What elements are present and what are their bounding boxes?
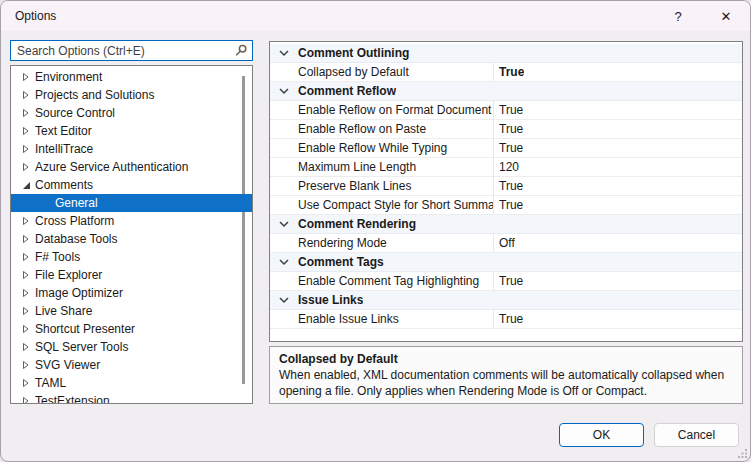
triangle-collapsed-icon[interactable]	[22, 302, 35, 320]
tree-item-svg-viewer[interactable]: SVG Viewer	[11, 356, 252, 374]
tree-item-label: Azure Service Authentication	[35, 158, 188, 176]
close-button[interactable]: ✕	[707, 1, 745, 31]
property-value[interactable]: True	[494, 63, 524, 81]
property-name: Rendering Mode	[270, 234, 494, 252]
triangle-expanded-icon[interactable]	[22, 176, 35, 194]
grid-property-enable-issue-links[interactable]: Enable Issue LinksTrue	[270, 310, 742, 329]
tree-item-label: Cross Platform	[35, 212, 114, 230]
description-title: Collapsed by Default	[279, 351, 733, 367]
property-value[interactable]: True	[494, 139, 523, 157]
tree-item-label: SQL Server Tools	[35, 338, 128, 356]
triangle-collapsed-icon[interactable]	[22, 374, 35, 392]
search-box	[10, 40, 253, 61]
triangle-collapsed-icon[interactable]	[22, 320, 35, 338]
tree-item-projects-and-solutions[interactable]: Projects and Solutions	[11, 86, 252, 104]
tree-item-label: SVG Viewer	[35, 356, 100, 374]
grid-category-label: Comment Tags	[289, 253, 384, 271]
description-text: When enabled, XML documentation comments…	[279, 367, 733, 399]
tree-item-image-optimizer[interactable]: Image Optimizer	[11, 284, 252, 302]
property-value[interactable]: True	[494, 120, 523, 138]
triangle-collapsed-icon[interactable]	[22, 392, 35, 404]
tree-item-label: Comments	[35, 176, 93, 194]
chevron-down-icon[interactable]	[270, 82, 289, 100]
chevron-down-icon[interactable]	[270, 215, 289, 233]
property-name: Collapsed by Default	[270, 63, 494, 81]
grid-property-collapsed-by-default[interactable]: Collapsed by DefaultTrue	[270, 63, 742, 82]
tree-item-taml[interactable]: TAML	[11, 374, 252, 392]
tree-item-general[interactable]: General	[11, 194, 252, 212]
grid-property-maximum-line-length[interactable]: Maximum Line Length120	[270, 158, 742, 177]
triangle-collapsed-icon[interactable]	[22, 212, 35, 230]
tree-item-testextension[interactable]: TestExtension	[11, 392, 252, 404]
grid-property-rendering-mode[interactable]: Rendering ModeOff	[270, 234, 742, 253]
search-input[interactable]	[11, 41, 252, 60]
grid-category-comment-tags[interactable]: Comment Tags	[270, 253, 742, 272]
grid-category-label: Comment Outlining	[289, 44, 409, 62]
grid-category-comment-rendering[interactable]: Comment Rendering	[270, 215, 742, 234]
tree-item-label: IntelliTrace	[35, 140, 93, 158]
options-tree: EnvironmentProjects and SolutionsSource …	[10, 65, 253, 404]
tree-item-shortcut-presenter[interactable]: Shortcut Presenter	[11, 320, 252, 338]
resize-grip[interactable]	[737, 448, 748, 459]
grid-category-issue-links[interactable]: Issue Links	[270, 291, 742, 310]
triangle-collapsed-icon[interactable]	[22, 248, 35, 266]
property-value[interactable]: Off	[494, 234, 515, 252]
triangle-collapsed-icon[interactable]	[22, 338, 35, 356]
tree-item-live-share[interactable]: Live Share	[11, 302, 252, 320]
property-value[interactable]: True	[494, 272, 523, 290]
property-name: Maximum Line Length	[270, 158, 494, 176]
grid-property-enable-comment-tag-highlighting[interactable]: Enable Comment Tag HighlightingTrue	[270, 272, 742, 291]
tree-item-f-tools[interactable]: F# Tools	[11, 248, 252, 266]
tree-item-source-control[interactable]: Source Control	[11, 104, 252, 122]
grid-property-use-compact-style-for-short-summar[interactable]: Use Compact Style for Short SummarTrue	[270, 196, 742, 215]
titlebar[interactable]: Options ? ✕	[1, 1, 750, 31]
triangle-collapsed-icon[interactable]	[22, 230, 35, 248]
close-icon: ✕	[721, 9, 732, 24]
property-value[interactable]: True	[494, 196, 523, 214]
chevron-down-icon[interactable]	[270, 253, 289, 271]
grid-property-enable-reflow-while-typing[interactable]: Enable Reflow While TypingTrue	[270, 139, 742, 158]
tree-item-label: Source Control	[35, 104, 115, 122]
tree-item-azure-service-authentication[interactable]: Azure Service Authentication	[11, 158, 252, 176]
triangle-collapsed-icon[interactable]	[22, 122, 35, 140]
grid-category-comment-reflow[interactable]: Comment Reflow	[270, 82, 742, 101]
help-button[interactable]: ?	[659, 1, 697, 31]
chevron-down-icon[interactable]	[270, 44, 289, 62]
tree-item-intellitrace[interactable]: IntelliTrace	[11, 140, 252, 158]
tree-item-text-editor[interactable]: Text Editor	[11, 122, 252, 140]
triangle-collapsed-icon[interactable]	[22, 140, 35, 158]
grid-category-comment-outlining[interactable]: Comment Outlining	[270, 44, 742, 63]
tree-item-environment[interactable]: Environment	[11, 68, 252, 86]
tree-item-comments[interactable]: Comments	[11, 176, 252, 194]
triangle-collapsed-icon[interactable]	[22, 104, 35, 122]
property-value[interactable]: True	[494, 310, 523, 328]
search-icon[interactable]	[234, 44, 248, 58]
grid-property-enable-reflow-on-paste[interactable]: Enable Reflow on PasteTrue	[270, 120, 742, 139]
triangle-collapsed-icon[interactable]	[22, 86, 35, 104]
triangle-collapsed-icon[interactable]	[22, 158, 35, 176]
tree-item-sql-server-tools[interactable]: SQL Server Tools	[11, 338, 252, 356]
tree-item-cross-platform[interactable]: Cross Platform	[11, 212, 252, 230]
cancel-button[interactable]: Cancel	[654, 423, 739, 447]
tree-item-label: Live Share	[35, 302, 92, 320]
tree-item-label: File Explorer	[35, 266, 102, 284]
tree-item-file-explorer[interactable]: File Explorer	[11, 266, 252, 284]
property-name: Enable Reflow on Paste	[270, 120, 494, 138]
property-name: Preserve Blank Lines	[270, 177, 494, 195]
tree-item-label: TAML	[35, 374, 66, 392]
property-value[interactable]: True	[494, 101, 523, 119]
property-value[interactable]: True	[494, 177, 523, 195]
help-icon: ?	[674, 9, 681, 24]
grid-property-enable-reflow-on-format-document[interactable]: Enable Reflow on Format DocumentTrue	[270, 101, 742, 120]
property-value[interactable]: 120	[494, 158, 519, 176]
grid-property-preserve-blank-lines[interactable]: Preserve Blank LinesTrue	[270, 177, 742, 196]
ok-button[interactable]: OK	[559, 423, 644, 447]
triangle-collapsed-icon[interactable]	[22, 266, 35, 284]
options-dialog: Options ? ✕ EnvironmentProjects and Solu…	[0, 0, 751, 462]
triangle-collapsed-icon[interactable]	[22, 356, 35, 374]
triangle-collapsed-icon[interactable]	[22, 284, 35, 302]
tree-item-database-tools[interactable]: Database Tools	[11, 230, 252, 248]
tree-item-label: Database Tools	[35, 230, 118, 248]
triangle-collapsed-icon[interactable]	[22, 68, 35, 86]
chevron-down-icon[interactable]	[270, 291, 289, 309]
